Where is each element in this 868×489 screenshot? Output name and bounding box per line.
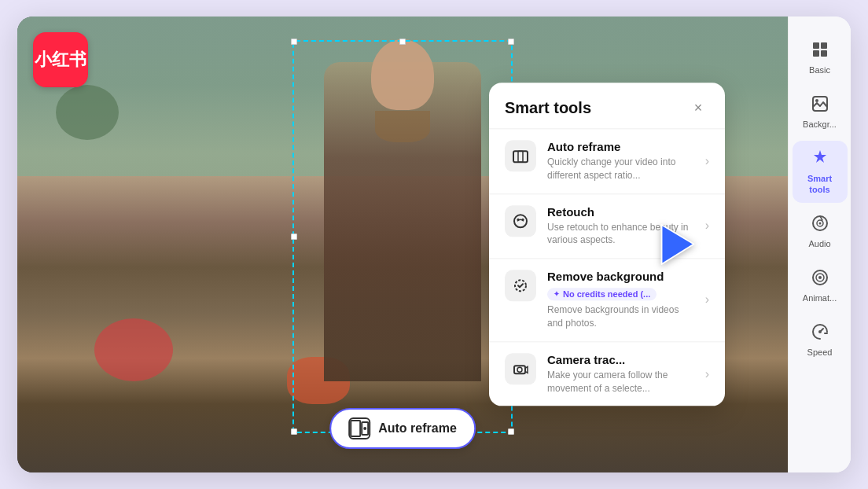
background-icon xyxy=(811,94,829,116)
svg-point-4 xyxy=(522,218,524,220)
retouch-tool-icon xyxy=(505,205,536,237)
auto-reframe-tool-info: Auto reframe Quickly change your video i… xyxy=(547,140,691,182)
retouch-tool-name: Retouch xyxy=(547,205,691,219)
handle-ml[interactable] xyxy=(291,233,297,240)
tool-item-camera-track[interactable]: Camera trac... Make your camera follow t… xyxy=(489,341,725,406)
sidebar-item-animate[interactable]: Animat... xyxy=(793,260,848,311)
speed-label: Speed xyxy=(807,347,833,358)
retouch-chevron: › xyxy=(705,219,709,233)
tool-item-remove-bg[interactable]: Remove background No credits needed (...… xyxy=(489,259,725,342)
remove-bg-tool-info: Remove background No credits needed (...… xyxy=(547,270,691,331)
camera-track-tool-info: Camera trac... Make your camera follow t… xyxy=(547,353,691,395)
svg-rect-1 xyxy=(518,151,523,162)
credits-badge: No credits needed (... xyxy=(547,289,657,301)
auto-reframe-tool-name: Auto reframe xyxy=(547,140,691,153)
svg-point-2 xyxy=(514,215,527,227)
svg-rect-12 xyxy=(821,50,827,57)
smart-tools-label: Smart tools xyxy=(807,174,832,194)
panel-close-button[interactable]: × xyxy=(687,97,709,119)
svg-point-17 xyxy=(818,222,821,224)
audio-label: Audio xyxy=(808,239,830,249)
auto-reframe-chevron: › xyxy=(705,154,709,168)
audio-icon xyxy=(811,214,829,236)
svg-point-20 xyxy=(818,276,822,279)
svg-marker-8 xyxy=(662,225,694,264)
svg-rect-11 xyxy=(813,50,819,57)
camera-track-tool-desc: Make your camera follow the movement of … xyxy=(547,369,691,395)
panel-header: Smart tools × xyxy=(489,83,725,128)
svg-rect-0 xyxy=(513,151,528,162)
sidebar-item-basic[interactable]: Basic xyxy=(793,32,848,83)
auto-reframe-tool-icon xyxy=(505,140,536,171)
auto-reframe-badge[interactable]: Auto reframe xyxy=(329,408,476,449)
main-container: 小红书 Auto reframe Smart tools xyxy=(17,17,851,472)
basic-label: Basic xyxy=(809,65,830,75)
sidebar-item-speed[interactable]: Speed xyxy=(793,314,848,366)
camera-track-tool-name: Camera trac... xyxy=(547,353,691,366)
animate-label: Animat... xyxy=(803,293,837,303)
handle-br[interactable] xyxy=(508,428,514,435)
right-sidebar: Basic Backgr... Smart tools xyxy=(788,17,851,472)
handle-tr[interactable] xyxy=(508,39,514,45)
camera-track-chevron: › xyxy=(705,367,709,381)
handle-bl[interactable] xyxy=(291,428,297,435)
handle-tl[interactable] xyxy=(291,39,297,45)
smart-tools-icon xyxy=(811,149,829,171)
auto-reframe-tool-desc: Quickly change your video into different… xyxy=(547,156,691,182)
app-logo-text: 小红书 xyxy=(35,50,86,69)
background-label: Backgr... xyxy=(803,119,837,130)
remove-bg-tool-desc: Remove backgrounds in videos and photos. xyxy=(547,304,691,331)
sidebar-item-audio[interactable]: Audio xyxy=(793,206,848,257)
panel-title: Smart tools xyxy=(505,99,591,117)
svg-rect-9 xyxy=(813,42,819,49)
editor-area: 小红书 Auto reframe Smart tools xyxy=(17,17,788,472)
remove-bg-chevron: › xyxy=(705,293,709,307)
tool-item-auto-reframe[interactable]: Auto reframe Quickly change your video i… xyxy=(489,128,725,193)
svg-point-7 xyxy=(517,367,522,372)
animate-icon xyxy=(811,268,829,290)
svg-rect-10 xyxy=(821,42,827,49)
video-selection-border xyxy=(292,40,513,433)
basic-icon xyxy=(811,40,829,62)
handle-tm[interactable] xyxy=(399,39,406,45)
remove-bg-tool-name: Remove background xyxy=(547,270,691,284)
auto-reframe-label: Auto reframe xyxy=(378,421,457,436)
sidebar-item-smart-tools[interactable]: Smart tools xyxy=(793,141,848,202)
svg-point-3 xyxy=(517,218,520,220)
sidebar-item-background[interactable]: Backgr... xyxy=(793,86,848,138)
app-logo: 小红书 xyxy=(33,32,88,87)
remove-bg-tool-icon xyxy=(505,270,536,302)
svg-point-21 xyxy=(818,330,822,333)
speed-icon xyxy=(811,322,829,344)
svg-point-14 xyxy=(815,99,818,102)
auto-reframe-icon xyxy=(348,417,370,439)
camera-track-tool-icon xyxy=(505,353,536,384)
